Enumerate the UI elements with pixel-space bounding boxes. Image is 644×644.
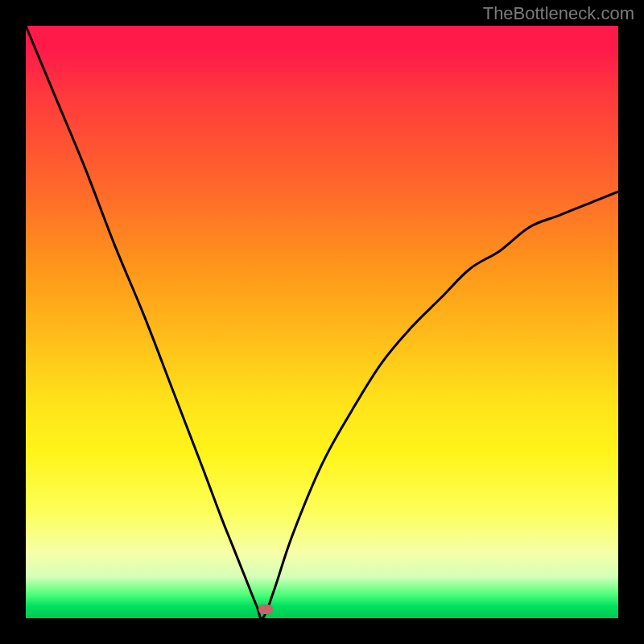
bottleneck-curve [26, 26, 618, 618]
chart-plot-area [26, 26, 618, 618]
optimal-point-marker [258, 605, 273, 614]
watermark-text: TheBottleneck.com [483, 3, 634, 24]
